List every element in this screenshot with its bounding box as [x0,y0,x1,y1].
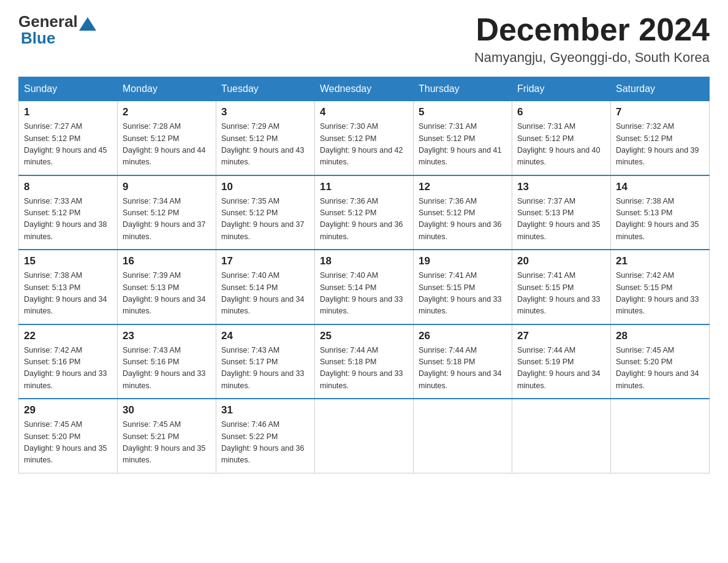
table-row: 1Sunrise: 7:27 AMSunset: 5:12 PMDaylight… [19,101,118,175]
day-info: Sunrise: 7:42 AMSunset: 5:15 PMDaylight:… [616,270,704,318]
day-info: Sunrise: 7:45 AMSunset: 5:21 PMDaylight:… [123,419,211,467]
table-row: 17Sunrise: 7:40 AMSunset: 5:14 PMDayligh… [216,250,315,324]
day-info: Sunrise: 7:46 AMSunset: 5:22 PMDaylight:… [221,419,309,467]
day-number: 1 [24,106,112,118]
table-row [512,399,611,473]
day-info: Sunrise: 7:44 AMSunset: 5:19 PMDaylight:… [517,345,605,393]
table-row [315,399,414,473]
day-info: Sunrise: 7:44 AMSunset: 5:18 PMDaylight:… [320,345,408,393]
header-tuesday: Tuesday [216,77,315,101]
day-info: Sunrise: 7:43 AMSunset: 5:16 PMDaylight:… [123,345,211,393]
table-row: 8Sunrise: 7:33 AMSunset: 5:12 PMDaylight… [19,175,118,250]
day-info: Sunrise: 7:39 AMSunset: 5:13 PMDaylight:… [123,270,211,318]
day-number: 27 [517,330,605,342]
header-saturday: Saturday [611,77,710,101]
day-number: 4 [320,106,408,118]
day-number: 24 [221,330,309,342]
header-sunday: Sunday [19,77,118,101]
logo-triangle-icon [79,17,96,31]
table-row: 31Sunrise: 7:46 AMSunset: 5:22 PMDayligh… [216,399,315,473]
day-info: Sunrise: 7:45 AMSunset: 5:20 PMDaylight:… [616,345,704,393]
logo: General Blue [18,12,97,48]
table-row: 25Sunrise: 7:44 AMSunset: 5:18 PMDayligh… [315,324,414,399]
day-number: 16 [123,255,211,267]
day-info: Sunrise: 7:33 AMSunset: 5:12 PMDaylight:… [24,196,112,243]
table-row: 13Sunrise: 7:37 AMSunset: 5:13 PMDayligh… [512,175,611,250]
day-info: Sunrise: 7:38 AMSunset: 5:13 PMDaylight:… [616,196,704,243]
day-info: Sunrise: 7:31 AMSunset: 5:12 PMDaylight:… [419,121,507,169]
table-row: 19Sunrise: 7:41 AMSunset: 5:15 PMDayligh… [414,250,512,324]
day-number: 28 [616,330,704,342]
day-info: Sunrise: 7:35 AMSunset: 5:12 PMDaylight:… [221,196,309,243]
table-row: 10Sunrise: 7:35 AMSunset: 5:12 PMDayligh… [216,175,315,250]
day-number: 3 [221,106,309,118]
title-area: December 2024 Namyangju, Gyeonggi-do, So… [474,12,710,66]
days-of-week-row: Sunday Monday Tuesday Wednesday Thursday… [19,77,710,101]
day-number: 6 [517,106,605,118]
day-info: Sunrise: 7:42 AMSunset: 5:16 PMDaylight:… [24,345,112,393]
day-info: Sunrise: 7:27 AMSunset: 5:12 PMDaylight:… [24,121,112,169]
day-number: 11 [320,181,408,193]
day-info: Sunrise: 7:38 AMSunset: 5:13 PMDaylight:… [24,270,112,318]
calendar-week-row: 15Sunrise: 7:38 AMSunset: 5:13 PMDayligh… [19,250,710,324]
table-row [414,399,512,473]
day-number: 2 [123,106,211,118]
day-number: 7 [616,106,704,118]
day-info: Sunrise: 7:40 AMSunset: 5:14 PMDaylight:… [221,270,309,318]
day-number: 19 [419,255,507,267]
table-row [611,399,710,473]
table-row: 15Sunrise: 7:38 AMSunset: 5:13 PMDayligh… [19,250,118,324]
table-row: 24Sunrise: 7:43 AMSunset: 5:17 PMDayligh… [216,324,315,399]
day-number: 5 [419,106,507,118]
location-subtitle: Namyangju, Gyeonggi-do, South Korea [474,50,710,66]
day-info: Sunrise: 7:36 AMSunset: 5:12 PMDaylight:… [419,196,507,243]
table-row: 11Sunrise: 7:36 AMSunset: 5:12 PMDayligh… [315,175,414,250]
table-row: 2Sunrise: 7:28 AMSunset: 5:12 PMDaylight… [118,101,216,175]
day-number: 22 [24,330,112,342]
header-thursday: Thursday [414,77,512,101]
header-monday: Monday [118,77,216,101]
header-wednesday: Wednesday [315,77,414,101]
table-row: 22Sunrise: 7:42 AMSunset: 5:16 PMDayligh… [19,324,118,399]
day-number: 8 [24,181,112,193]
day-number: 29 [24,404,112,416]
table-row: 26Sunrise: 7:44 AMSunset: 5:18 PMDayligh… [414,324,512,399]
table-row: 3Sunrise: 7:29 AMSunset: 5:12 PMDaylight… [216,101,315,175]
day-info: Sunrise: 7:29 AMSunset: 5:12 PMDaylight:… [221,121,309,169]
day-info: Sunrise: 7:32 AMSunset: 5:12 PMDaylight:… [616,121,704,169]
day-number: 20 [517,255,605,267]
table-row: 12Sunrise: 7:36 AMSunset: 5:12 PMDayligh… [414,175,512,250]
day-number: 13 [517,181,605,193]
table-row: 16Sunrise: 7:39 AMSunset: 5:13 PMDayligh… [118,250,216,324]
day-number: 25 [320,330,408,342]
table-row: 6Sunrise: 7:31 AMSunset: 5:12 PMDaylight… [512,101,611,175]
day-number: 12 [419,181,507,193]
table-row: 28Sunrise: 7:45 AMSunset: 5:20 PMDayligh… [611,324,710,399]
calendar-week-row: 29Sunrise: 7:45 AMSunset: 5:20 PMDayligh… [19,399,710,473]
day-info: Sunrise: 7:30 AMSunset: 5:12 PMDaylight:… [320,121,408,169]
header-friday: Friday [512,77,611,101]
table-row: 9Sunrise: 7:34 AMSunset: 5:12 PMDaylight… [118,175,216,250]
day-info: Sunrise: 7:44 AMSunset: 5:18 PMDaylight:… [419,345,507,393]
table-row: 4Sunrise: 7:30 AMSunset: 5:12 PMDaylight… [315,101,414,175]
table-row: 18Sunrise: 7:40 AMSunset: 5:14 PMDayligh… [315,250,414,324]
table-row: 29Sunrise: 7:45 AMSunset: 5:20 PMDayligh… [19,399,118,473]
day-number: 26 [419,330,507,342]
table-row: 7Sunrise: 7:32 AMSunset: 5:12 PMDaylight… [611,101,710,175]
day-number: 23 [123,330,211,342]
table-row: 14Sunrise: 7:38 AMSunset: 5:13 PMDayligh… [611,175,710,250]
day-info: Sunrise: 7:34 AMSunset: 5:12 PMDaylight:… [123,196,211,243]
calendar-week-row: 8Sunrise: 7:33 AMSunset: 5:12 PMDaylight… [19,175,710,250]
table-row: 5Sunrise: 7:31 AMSunset: 5:12 PMDaylight… [414,101,512,175]
day-info: Sunrise: 7:41 AMSunset: 5:15 PMDaylight:… [517,270,605,318]
day-number: 18 [320,255,408,267]
table-row: 27Sunrise: 7:44 AMSunset: 5:19 PMDayligh… [512,324,611,399]
calendar-week-row: 1Sunrise: 7:27 AMSunset: 5:12 PMDaylight… [19,101,710,175]
day-info: Sunrise: 7:40 AMSunset: 5:14 PMDaylight:… [320,270,408,318]
month-year-title: December 2024 [474,12,710,47]
day-number: 14 [616,181,704,193]
calendar-table: Sunday Monday Tuesday Wednesday Thursday… [18,77,710,473]
logo-blue: Blue [21,29,55,47]
calendar-week-row: 22Sunrise: 7:42 AMSunset: 5:16 PMDayligh… [19,324,710,399]
day-number: 17 [221,255,309,267]
